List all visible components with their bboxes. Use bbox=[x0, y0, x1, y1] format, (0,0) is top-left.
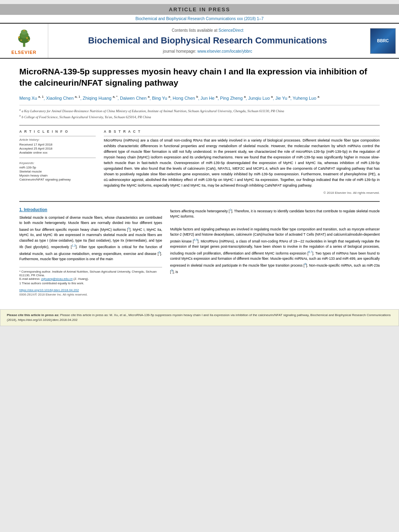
svg-point-6 bbox=[26, 37, 28, 39]
introduction-section: 1. Introduction Skeletal muscle is compr… bbox=[19, 207, 380, 296]
page: ARTICLE IN PRESS Biochemical and Biophys… bbox=[0, 4, 399, 326]
homepage-label: journal homepage: bbox=[163, 49, 196, 53]
homepage-link[interactable]: www.elsevier.com/locate/ybbrc bbox=[197, 49, 252, 53]
available-online: Available online xxx bbox=[19, 151, 96, 154]
main-content: MicroRNA-139-5p suppresses myosin heavy … bbox=[0, 59, 399, 304]
doi-link[interactable]: https://doi.org/10.1016/j.bbrc.2018.04.2… bbox=[19, 288, 79, 292]
article-in-press-text: ARTICLE IN PRESS bbox=[169, 6, 230, 12]
keywords-label: Keywords: bbox=[19, 161, 96, 165]
journal-header-center: Contents lists available at ScienceDirec… bbox=[48, 24, 367, 58]
abstract: A B S T R A C T MicroRNAs (miRNAs) are a… bbox=[104, 129, 380, 194]
affiliation-a: a a Key Laboratory for Animal Disease-Re… bbox=[19, 108, 380, 114]
bbrc-logo-area: BBRC bbox=[367, 24, 399, 58]
affiliations: a a Key Laboratory for Animal Disease-Re… bbox=[19, 105, 380, 119]
elsevier-label: ELSEVIER bbox=[11, 50, 36, 55]
affiliation-b: b b College of Food Science, Sichuan Agr… bbox=[19, 114, 380, 120]
journal-title: Biochemical and Biophysical Research Com… bbox=[88, 35, 327, 47]
svg-point-8 bbox=[23, 30, 25, 31]
bbrc-logo: BBRC bbox=[370, 28, 396, 54]
issn-line: 0006-291X/© 2018 Elsevier Inc. All right… bbox=[19, 293, 162, 296]
header-area: ELSEVIER Contents lists available at Sci… bbox=[0, 23, 399, 59]
abstract-text: MicroRNAs (miRNAs) are a class of small … bbox=[104, 138, 380, 188]
intro-right-col: factors affecting muscle heterogeneity [… bbox=[170, 207, 380, 296]
article-title: MicroRNA-139-5p suppresses myosin heavy … bbox=[19, 66, 380, 89]
email-person: (Z. Huang). bbox=[74, 277, 89, 281]
citation-please-label: Please cite this article in press as: bbox=[7, 313, 60, 317]
corresponding-author-note: * Corresponding author. Institute of Ani… bbox=[19, 270, 162, 277]
section-separator bbox=[19, 201, 380, 202]
bbrc-label: BBRC bbox=[377, 39, 389, 43]
email-link[interactable]: zqhuang@sicau.edu.cn bbox=[41, 277, 73, 281]
doi-line: https://doi.org/10.1016/j.bbrc.2018.04.2… bbox=[19, 288, 162, 292]
svg-point-7 bbox=[28, 39, 29, 41]
elsevier-logo: ELSEVIER bbox=[11, 27, 36, 55]
sciencedirect-link[interactable]: ScienceDirect bbox=[218, 28, 243, 33]
contents-text: Contents lists available at bbox=[172, 28, 217, 33]
contents-list-line: Contents lists available at ScienceDirec… bbox=[172, 28, 243, 33]
email-note: E-mail address: zqhuang@sicau.edu.cn (Z.… bbox=[19, 277, 162, 281]
intro-paragraph-1: Skeletal muscle is comprised of diverse … bbox=[19, 215, 162, 262]
intro-right-para-1: factors affecting muscle heterogeneity [… bbox=[170, 207, 380, 220]
intro-right-para-2: Multiple factors and signaling pathways … bbox=[170, 227, 380, 275]
history-label: Article history: bbox=[19, 138, 96, 142]
journal-info-text: Biochemical and Biophysical Research Com… bbox=[136, 16, 264, 21]
citation-text: Please cite this article in press as: M.… bbox=[7, 313, 391, 322]
citation-bar: Please cite this article in press as: Pl… bbox=[0, 309, 399, 326]
keyword-2: Skeletal muscle bbox=[19, 170, 96, 173]
accepted-date: Accepted 25 April 2018 bbox=[19, 147, 96, 150]
footnotes: * Corresponding author. Institute of Ani… bbox=[19, 267, 162, 285]
authors-line: Meng Xu a, 1, Xiaoling Chen a, 1, Zhiqin… bbox=[19, 94, 380, 102]
keyword-4: Calcineurin/NFAT signaling pathway bbox=[19, 178, 96, 181]
keyword-1: miR-139-5p bbox=[19, 166, 96, 169]
elsevier-logo-area: ELSEVIER bbox=[0, 24, 48, 58]
elsevier-tree-icon bbox=[12, 27, 36, 49]
footnote-1: 1 These authors contributed equally to t… bbox=[19, 281, 162, 285]
article-info: A R T I C L E I N F O Article history: R… bbox=[19, 129, 96, 194]
svg-point-5 bbox=[20, 39, 22, 41]
intro-left-col: 1. Introduction Skeletal muscle is compr… bbox=[19, 207, 162, 296]
email-label: E-mail address: bbox=[19, 277, 40, 281]
article-info-heading: A R T I C L E I N F O bbox=[19, 129, 96, 134]
copyright-line: © 2018 Elsevier Inc. All rights reserved… bbox=[104, 191, 380, 195]
section-title: 1. Introduction bbox=[19, 207, 162, 212]
article-in-press-banner: ARTICLE IN PRESS bbox=[0, 4, 399, 15]
svg-point-4 bbox=[18, 36, 20, 38]
keyword-3: Myosin heavy chain bbox=[19, 174, 96, 177]
abstract-heading: A B S T R A C T bbox=[104, 129, 380, 134]
journal-homepage-line: journal homepage: www.elsevier.com/locat… bbox=[163, 49, 252, 53]
journal-info-bar: Biochemical and Biophysical Research Com… bbox=[0, 15, 399, 23]
received-date: Received 17 April 2018 bbox=[19, 143, 96, 146]
article-info-abstract: A R T I C L E I N F O Article history: R… bbox=[19, 125, 380, 194]
